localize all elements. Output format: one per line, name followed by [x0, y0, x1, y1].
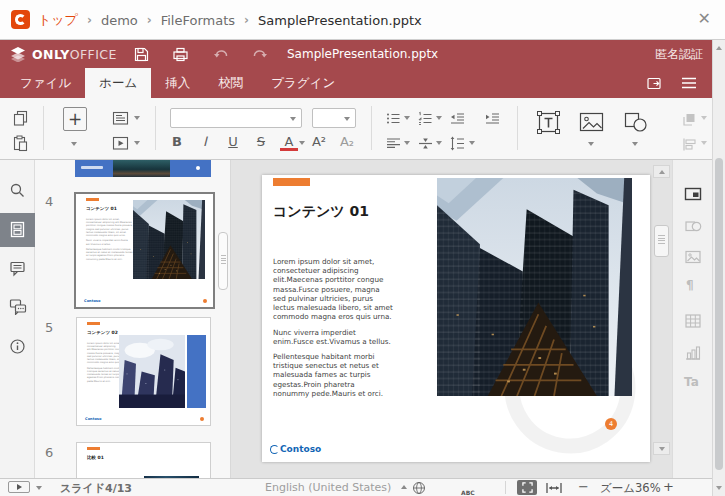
undo-icon[interactable]	[213, 46, 230, 63]
slideshow-options-dropdown-icon[interactable]	[36, 486, 42, 490]
slide-accent-bar[interactable]	[273, 178, 310, 186]
scroll-up-button[interactable]	[653, 165, 670, 178]
arrange-shape-icon	[681, 111, 698, 128]
numbered-list-icon[interactable]	[417, 110, 434, 127]
slide-paragraph: Nunc viverra imperdiet enim.Fusce est.Vi…	[273, 328, 393, 346]
tab-insert[interactable]: 挿入	[151, 68, 204, 98]
line-spacing-dropdown-icon[interactable]	[469, 141, 475, 145]
breadcrumb-demo[interactable]: demo	[101, 13, 138, 28]
horizontal-align-icon[interactable]	[385, 135, 402, 152]
slides-panel-icon[interactable]	[9, 221, 26, 238]
zoom-out-button[interactable]: −	[578, 479, 589, 494]
underline-button[interactable]: U	[224, 134, 242, 149]
right-settings-rail: ¶ Ta	[672, 160, 712, 478]
bold-button[interactable]: B	[168, 134, 186, 149]
spellcheck-icon[interactable]: ABC	[461, 480, 475, 496]
zoom-in-button[interactable]: +	[663, 479, 674, 494]
breadcrumb-fileformats[interactable]: FileFormats	[161, 13, 235, 28]
page-scrollbar-thumb[interactable]	[715, 158, 723, 470]
superscript-button[interactable]: A²	[310, 134, 328, 149]
redo-icon[interactable]	[251, 46, 268, 63]
browser-title-bar: トップ › demo › FileFormats › SamplePresent…	[0, 0, 725, 40]
print-icon[interactable]	[172, 46, 189, 63]
onlyoffice-logo-icon	[10, 46, 26, 62]
page-scroll-down-icon[interactable]	[716, 486, 722, 490]
slide-settings-icon[interactable]	[684, 185, 702, 203]
comments-icon[interactable]	[9, 260, 26, 277]
set-language-globe-icon[interactable]	[412, 481, 426, 495]
vertical-align-icon[interactable]	[417, 135, 434, 152]
fit-to-width-icon[interactable]	[546, 482, 562, 494]
thumb-title: コンテンツ 02	[87, 330, 118, 335]
insert-shape-icon[interactable]	[622, 109, 649, 135]
document-title: SamplePresentation.pptx	[287, 40, 438, 68]
language-selector[interactable]: English (United States)	[265, 481, 407, 494]
tab-home[interactable]: ホーム	[85, 68, 151, 98]
search-icon[interactable]	[9, 182, 26, 199]
slide-photo-buildings[interactable]	[437, 178, 632, 396]
paste-icon[interactable]	[12, 135, 29, 152]
page-scroll-up-icon[interactable]	[716, 46, 722, 50]
copy-icon[interactable]	[12, 110, 29, 127]
breadcrumb: トップ › demo › FileFormats › SamplePresent…	[38, 0, 422, 40]
bullet-list-icon[interactable]	[385, 110, 402, 127]
add-slide-dropdown-icon[interactable]	[71, 142, 77, 146]
slideshow-dropdown-icon[interactable]	[134, 141, 140, 145]
canvas-scrollbar[interactable]	[653, 165, 670, 465]
close-icon[interactable]: ✕	[698, 9, 711, 29]
arrange-shape-dropdown-icon	[701, 116, 707, 120]
chat-icon[interactable]	[9, 298, 27, 315]
table-settings-icon	[684, 312, 702, 330]
thumbnails-resize-handle[interactable]	[218, 232, 228, 290]
subscript-button[interactable]: A₂	[338, 134, 356, 149]
decrease-indent-icon[interactable]	[449, 110, 466, 127]
font-size-select[interactable]	[312, 108, 356, 128]
tab-file[interactable]: ファイル	[6, 68, 85, 98]
spellcheck-abc-label: ABC	[461, 489, 475, 496]
page-scrollbar[interactable]	[712, 40, 725, 496]
open-file-location-icon[interactable]	[646, 75, 663, 92]
slide-title[interactable]: コンテンツ 01	[273, 203, 369, 221]
insert-image-dropdown-icon[interactable]	[588, 142, 594, 146]
thumb-contoso-logo: Contoso	[85, 417, 101, 421]
increase-indent-icon[interactable]	[484, 110, 501, 127]
fit-to-slide-button[interactable]	[517, 480, 537, 495]
breadcrumb-root[interactable]: トップ	[38, 11, 78, 29]
insert-image-icon[interactable]	[578, 110, 605, 134]
current-slide[interactable]: コンテンツ 01 Lorem ipsum dolor sit amet, con…	[262, 175, 650, 462]
font-color-dropdown-icon[interactable]	[299, 141, 305, 145]
change-layout-icon[interactable]	[112, 110, 129, 127]
font-name-select[interactable]	[170, 108, 302, 128]
thumbnail-slide-5[interactable]: コンテンツ 02 Lorem ipsum dolor sit amet, con…	[76, 317, 211, 426]
vertical-align-dropdown-icon[interactable]	[436, 141, 442, 145]
change-layout-dropdown-icon[interactable]	[134, 116, 140, 120]
start-slideshow-button[interactable]	[8, 481, 30, 493]
hamburger-menu-icon[interactable]	[681, 77, 697, 89]
start-slideshow-icon[interactable]	[112, 135, 129, 152]
tab-review[interactable]: 校閲	[204, 68, 257, 98]
thumbnail-slide-4[interactable]: コンテンツ 01 Lorem ipsum dolor sit amet, con…	[74, 192, 215, 309]
canvas-scrollbar-thumb[interactable]	[654, 225, 669, 257]
numbered-list-dropdown-icon[interactable]	[436, 116, 442, 120]
slide-body-text[interactable]: Lorem ipsum dolor sit amet, consectetuer…	[273, 257, 393, 404]
line-spacing-icon[interactable]	[449, 135, 466, 152]
thumbnail-slide-6[interactable]: 比較 01	[76, 442, 211, 478]
thumbnail-slide-3-partial[interactable]	[75, 160, 211, 177]
shape-settings-icon	[684, 217, 702, 235]
insert-shape-dropdown-icon[interactable]	[632, 142, 638, 146]
thumb-body-text: Lorem ipsum dolor sit amet, consectetuer…	[86, 218, 134, 263]
font-color-button[interactable]: A	[280, 135, 298, 151]
account-name[interactable]: 匿名認証	[655, 40, 703, 68]
add-slide-button[interactable]: +	[63, 107, 87, 131]
horizontal-align-dropdown-icon[interactable]	[404, 141, 410, 145]
insert-textbox-icon[interactable]	[535, 109, 562, 136]
language-label: English (United States)	[265, 481, 391, 494]
strikeout-button[interactable]: S	[252, 134, 270, 149]
italic-button[interactable]: I	[196, 134, 214, 149]
scroll-down-button[interactable]	[653, 442, 670, 455]
slide-counter: スライド4/13	[60, 481, 132, 496]
tab-plugins[interactable]: プラグイン	[257, 68, 349, 98]
bullet-list-dropdown-icon[interactable]	[404, 116, 410, 120]
about-info-icon[interactable]	[9, 338, 26, 355]
save-icon[interactable]	[133, 46, 150, 63]
